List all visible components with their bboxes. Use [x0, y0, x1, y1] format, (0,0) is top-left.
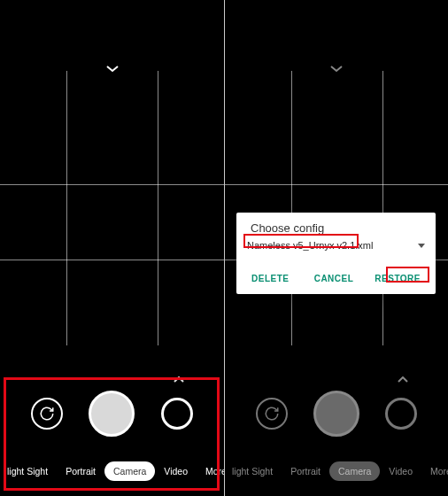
dropdown-arrow-icon	[418, 244, 425, 248]
camera-controls	[225, 386, 448, 441]
chevron-down-icon[interactable]	[330, 60, 343, 76]
shutter-button[interactable]	[313, 391, 359, 437]
mode-camera[interactable]: Camera	[104, 461, 155, 481]
phone-screen-left: light Sight Portrait Camera Video More	[0, 0, 224, 496]
shutter-button[interactable]	[89, 391, 135, 437]
viewfinder[interactable]	[0, 71, 224, 345]
mode-night-sight[interactable]: light Sight	[0, 461, 57, 481]
mode-video[interactable]: Video	[155, 461, 197, 481]
grid-line	[0, 260, 224, 260]
mode-portrait[interactable]: Portrait	[57, 461, 104, 481]
dialog-title: Choose config	[251, 221, 425, 235]
mode-camera[interactable]: Camera	[329, 461, 380, 481]
switch-camera-button[interactable]	[31, 398, 63, 430]
delete-button[interactable]: DELETE	[247, 270, 293, 287]
switch-camera-button[interactable]	[256, 398, 288, 430]
chevron-up-icon[interactable]	[398, 370, 408, 386]
grid-line	[158, 71, 158, 345]
chevron-down-icon[interactable]	[106, 60, 119, 76]
config-dialog: Choose config Nameless v5_Urnyx v2.1.xml…	[236, 213, 436, 294]
mode-night-sight[interactable]: light Sight	[224, 461, 282, 481]
grid-line	[291, 71, 292, 345]
viewfinder[interactable]	[225, 71, 448, 345]
grid-line	[225, 184, 448, 185]
mode-portrait[interactable]: Portrait	[282, 461, 329, 481]
last-photo-thumb[interactable]	[161, 398, 193, 430]
grid-line	[382, 71, 383, 345]
dialog-actions: DELETE CANCEL RESTORE	[247, 270, 425, 287]
restore-button[interactable]: RESTORE	[370, 270, 425, 287]
mode-selector[interactable]: light Sight Portrait Camera Video More	[0, 446, 224, 496]
last-photo-thumb[interactable]	[385, 398, 417, 430]
camera-controls	[0, 386, 224, 441]
config-selected-value: Nameless v5_Urnyx v2.1.xml	[247, 240, 373, 251]
config-dropdown[interactable]: Nameless v5_Urnyx v2.1.xml	[247, 238, 425, 260]
mode-selector[interactable]: light Sight Portrait Camera Video More	[224, 446, 448, 496]
mode-video[interactable]: Video	[380, 461, 421, 481]
grid-line	[0, 184, 224, 185]
mode-more[interactable]: More	[421, 461, 448, 481]
grid-line	[66, 71, 67, 345]
mode-more[interactable]: More	[197, 461, 224, 481]
chevron-up-icon[interactable]	[174, 370, 184, 386]
cancel-button[interactable]: CANCEL	[310, 270, 359, 287]
